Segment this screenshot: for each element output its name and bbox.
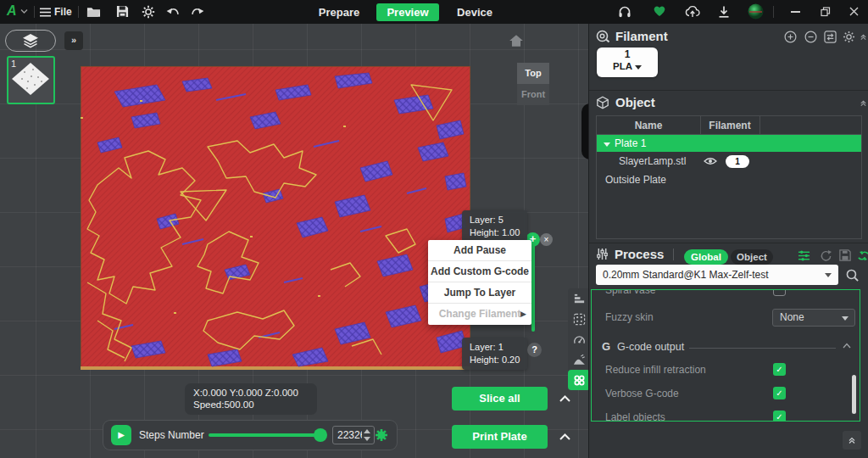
reduce-infill-label: Reduce infill retraction xyxy=(605,364,706,376)
collapse-all-button[interactable] xyxy=(843,431,861,450)
layer-slider-track[interactable] xyxy=(531,240,535,332)
process-settings-panel[interactable]: Spiral vase Fuzzy skin None G G-code out… xyxy=(591,289,860,422)
swap-filament-icon[interactable] xyxy=(824,31,837,43)
filament-slot-1[interactable]: 1 PLA xyxy=(597,47,658,77)
menu-item-add-pause[interactable]: Add Pause xyxy=(428,240,531,261)
user-avatar[interactable] xyxy=(748,3,764,20)
redo-icon[interactable] xyxy=(190,7,204,17)
undo-icon[interactable] xyxy=(166,7,181,17)
object-header: Object xyxy=(596,95,655,109)
file-menu[interactable]: File xyxy=(54,6,72,18)
steps-slider-thumb[interactable] xyxy=(314,428,327,442)
speed-value: Speed:500.00 xyxy=(193,399,309,411)
advanced-tool-icon[interactable] xyxy=(857,249,868,262)
speed-gauge-icon[interactable] xyxy=(568,329,588,349)
print-plate-button[interactable]: Print Plate xyxy=(452,425,548,449)
steps-playback-bar: ▶ Steps Number xyxy=(103,421,397,450)
app-logo[interactable]: A xyxy=(7,3,16,19)
flow-mound-icon[interactable] xyxy=(568,349,588,370)
reset-process-icon[interactable] xyxy=(820,249,832,262)
tab-preview[interactable]: Preview xyxy=(376,3,439,21)
expand-panel-button[interactable]: » xyxy=(64,31,83,50)
logo-dropdown-icon[interactable] xyxy=(20,8,28,14)
line-type-icon[interactable] xyxy=(568,288,588,309)
menu-item-jump-to-layer[interactable]: Jump To Layer xyxy=(428,282,531,304)
search-icon[interactable] xyxy=(845,268,860,282)
random-seam-icon[interactable] xyxy=(568,309,588,329)
close-window-icon[interactable] xyxy=(849,7,859,16)
save-preset-icon[interactable] xyxy=(839,249,851,261)
home-view-icon[interactable] xyxy=(509,34,524,47)
steps-value-spinner xyxy=(332,426,375,444)
setting-row-fuzzy-skin: Fuzzy skin None xyxy=(592,309,860,327)
label-objects-label: Label objects xyxy=(605,411,665,422)
expand-caret-icon[interactable] xyxy=(604,142,610,147)
setting-row-label-objects: Label objects ✓ xyxy=(592,409,860,422)
remove-filament-icon[interactable] xyxy=(804,31,817,43)
filament-collapse-icon[interactable] xyxy=(860,33,867,41)
save-icon[interactable] xyxy=(116,5,129,18)
preview-3d-viewport[interactable]: » 1 xyxy=(0,24,588,458)
object-row-outside-plate[interactable]: Outside Plate xyxy=(597,170,861,189)
slice-all-button[interactable]: Slice all xyxy=(452,387,548,411)
panel-handle[interactable] xyxy=(581,103,588,159)
object-collapse-icon[interactable] xyxy=(860,99,867,107)
favorite-heart-icon[interactable] xyxy=(653,5,666,17)
label-objects-checkbox[interactable]: ✓ xyxy=(773,411,786,422)
open-folder-icon[interactable] xyxy=(86,6,101,18)
process-tab-global[interactable]: Global xyxy=(684,249,728,265)
object-cube-icon xyxy=(596,96,609,109)
help-button[interactable]: ? xyxy=(527,343,542,357)
parameters-list-icon[interactable] xyxy=(798,249,810,262)
restore-window-icon[interactable] xyxy=(821,7,831,17)
visibility-eye-icon[interactable] xyxy=(704,157,717,165)
tab-prepare[interactable]: Prepare xyxy=(312,3,366,21)
viewcube-top-button[interactable]: Top xyxy=(517,63,549,84)
preset-caret-icon xyxy=(825,273,832,277)
fuzzy-skin-dropdown[interactable]: None xyxy=(772,309,855,327)
slice-options-chevron-icon[interactable] xyxy=(554,387,576,411)
viewcube-front-button[interactable]: Front xyxy=(517,84,549,105)
steps-slider[interactable] xyxy=(209,433,322,437)
spinner-down-icon[interactable] xyxy=(364,437,370,441)
minimize-icon[interactable] xyxy=(791,11,800,13)
settings-gear-icon[interactable] xyxy=(142,5,155,19)
layer-slider-close-button[interactable]: × xyxy=(540,233,553,246)
filament-settings-gear-icon[interactable] xyxy=(843,31,855,43)
model-filament-badge[interactable]: 1 xyxy=(726,155,749,168)
object-row-plate[interactable]: Plate 1 xyxy=(597,135,861,152)
verbose-gcode-checkbox[interactable]: ✓ xyxy=(773,387,786,399)
object-table-header: Name Filament xyxy=(597,116,861,135)
gcode-output-section-header[interactable]: G G-code output xyxy=(592,339,860,356)
object-row-model[interactable]: SlayerLamp.stl 1 xyxy=(597,152,861,170)
tab-device[interactable]: Device xyxy=(449,3,500,21)
print-options-chevron-icon[interactable] xyxy=(554,425,576,449)
spinner-up-icon[interactable] xyxy=(364,429,370,433)
hamburger-menu-icon[interactable] xyxy=(40,8,51,17)
steps-number-label: Steps Number xyxy=(139,429,204,441)
menu-item-add-custom-gcode[interactable]: Add Custom G-code xyxy=(428,261,531,282)
sliced-plate-view[interactable] xyxy=(81,66,470,370)
download-icon[interactable] xyxy=(718,6,730,18)
object-title: Object xyxy=(615,95,655,109)
divider xyxy=(78,6,79,18)
support-headset-icon[interactable] xyxy=(618,5,632,19)
reduce-infill-checkbox[interactable]: ✓ xyxy=(773,363,786,376)
process-preset-dropdown[interactable]: 0.20mm Standard@K1 Max-Zelf-test xyxy=(596,265,838,285)
section-collapse-chevron-icon[interactable] xyxy=(843,343,851,349)
layer-tooltip-lower: Layer: 1 Height: 0.20 xyxy=(462,338,527,370)
play-button[interactable]: ▶ xyxy=(111,425,131,445)
plate-thumbnail[interactable]: 1 xyxy=(7,56,55,104)
settings-scrollbar[interactable] xyxy=(852,375,856,414)
cloud-upload-icon[interactable] xyxy=(685,5,700,18)
process-tab-object[interactable]: Object xyxy=(731,249,773,265)
spiral-vase-checkbox[interactable] xyxy=(773,289,786,296)
preview-legend-toolbar xyxy=(568,288,588,390)
add-filament-icon[interactable] xyxy=(784,31,797,43)
fuzzy-skin-caret-icon xyxy=(842,316,849,321)
filament-color-icon[interactable] xyxy=(375,428,388,442)
layers-tool-button[interactable] xyxy=(5,30,56,52)
divider xyxy=(589,90,868,91)
steps-value-input[interactable] xyxy=(333,427,362,444)
filament-type-caret-icon[interactable] xyxy=(635,65,642,70)
